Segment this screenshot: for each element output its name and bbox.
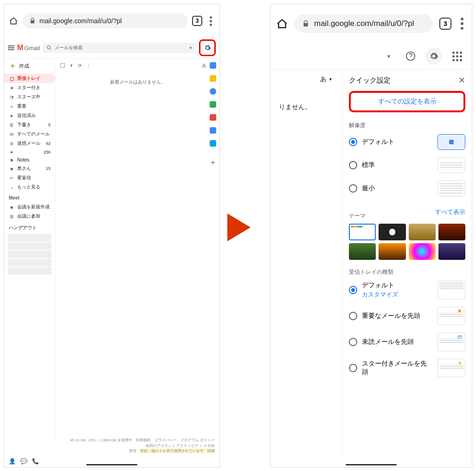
theme-option[interactable] bbox=[438, 224, 465, 240]
apps-grid-icon bbox=[452, 52, 462, 61]
hangout-contact[interactable] bbox=[8, 267, 51, 275]
close-button[interactable]: ✕ bbox=[458, 75, 465, 85]
left-screenshot: mail.google.com/mail/u/0/?pl 3 M Gmail メ… bbox=[4, 4, 220, 468]
settings-button[interactable] bbox=[425, 48, 442, 65]
settings-button[interactable] bbox=[201, 42, 213, 54]
tab-count[interactable]: 3 bbox=[439, 18, 451, 30]
nav-reply-needed[interactable]: ↩要返信 bbox=[4, 173, 55, 182]
radio-icon bbox=[349, 286, 357, 294]
radio-icon bbox=[349, 338, 357, 346]
nav-notes[interactable]: ■Notes bbox=[4, 156, 55, 164]
nav-sent[interactable]: ➤送信済み bbox=[4, 111, 55, 120]
home-icon[interactable] bbox=[9, 16, 18, 26]
gmail-toolbar: ▼ bbox=[270, 43, 472, 70]
addon-icon[interactable] bbox=[210, 127, 216, 134]
keep-icon[interactable] bbox=[210, 75, 216, 82]
inbox-type-starred[interactable]: スター付きメールを先頭 bbox=[349, 359, 465, 377]
calendar-icon[interactable] bbox=[210, 62, 216, 69]
nav-more[interactable]: ⌄もっと見る bbox=[4, 182, 55, 192]
radio-icon bbox=[349, 184, 357, 193]
chevron-down-icon[interactable]: ▼ bbox=[189, 46, 193, 50]
home-icon[interactable] bbox=[276, 18, 288, 30]
nav-important[interactable]: »重要 bbox=[4, 102, 55, 111]
chat-icon[interactable]: 💬 bbox=[20, 458, 27, 465]
search-input[interactable]: メールを検索 ▼ bbox=[43, 43, 196, 53]
compose-button[interactable]: ＋ 作成 bbox=[4, 58, 55, 74]
nav-drafts[interactable]: 🗎下書き5 bbox=[4, 120, 55, 129]
nav-inbox[interactable]: ▢受信トレイ bbox=[4, 74, 55, 83]
sidebar: ＋ 作成 ▢受信トレイ ★スター付き ◔スヌーズ中 »重要 ➤送信済み 🗎下書き… bbox=[4, 58, 55, 443]
inbox-preview-icon bbox=[437, 359, 465, 377]
tab-count[interactable]: 3 bbox=[192, 16, 202, 26]
menu-icon[interactable] bbox=[8, 45, 14, 50]
meet-section: Meet bbox=[4, 192, 55, 202]
browser-urlbar: mail.google.com/mail/u/0/?pl 3 bbox=[270, 4, 472, 43]
gmail-logo[interactable]: M Gmail bbox=[17, 44, 40, 52]
addon-icon[interactable] bbox=[210, 114, 216, 121]
theme-option[interactable] bbox=[379, 224, 405, 240]
select-all-checkbox[interactable] bbox=[60, 63, 65, 68]
inbox-preview-icon bbox=[437, 333, 465, 351]
radio-icon bbox=[349, 161, 357, 169]
inbox-type-important[interactable]: 重要なメールを先頭 bbox=[349, 307, 465, 325]
more-icon[interactable]: ⋮ bbox=[86, 63, 91, 68]
all-settings-button[interactable]: すべての設定を表示 bbox=[349, 91, 465, 112]
empty-inbox-message: 新着メールはありません。 bbox=[58, 79, 217, 85]
chevron-down-icon[interactable]: ▼ bbox=[382, 51, 396, 62]
footer: 45.13 GB（2%）/ 2,068 GB を使用中 利用規約 プライバシー … bbox=[66, 438, 215, 453]
theme-option[interactable] bbox=[349, 224, 376, 240]
theme-view-all[interactable]: すべて表示 bbox=[435, 208, 465, 216]
refresh-icon[interactable]: ⟳ bbox=[78, 63, 82, 68]
nav-label-oku[interactable]: ■奥さん15 bbox=[4, 164, 55, 173]
apps-button[interactable] bbox=[449, 48, 465, 65]
radio-icon bbox=[349, 138, 357, 146]
help-button[interactable] bbox=[402, 48, 419, 65]
inbox-preview-icon bbox=[437, 307, 465, 325]
theme-option[interactable] bbox=[349, 243, 376, 260]
add-addon-icon[interactable]: ＋ bbox=[209, 158, 217, 168]
url-text: mail.google.com/mail/u/0/?pl bbox=[314, 19, 414, 28]
spam-icon: ⊘ bbox=[9, 141, 14, 146]
gear-icon bbox=[429, 52, 438, 61]
inbox-type-unread[interactable]: 未読メールを先頭 bbox=[349, 333, 465, 351]
person-icon[interactable]: 👤 bbox=[9, 458, 16, 465]
nav-label-blur[interactable]: ●230 bbox=[4, 148, 55, 156]
hangout-contact[interactable] bbox=[8, 242, 51, 250]
theme-option[interactable] bbox=[379, 243, 405, 260]
nav-snoozed[interactable]: ◔スヌーズ中 bbox=[4, 92, 55, 102]
url-text: mail.google.com/mail/u/0/?pl bbox=[39, 17, 122, 25]
meet-join[interactable]: ⊞会議に参加 bbox=[4, 212, 55, 221]
browser-menu-icon[interactable] bbox=[207, 16, 215, 26]
density-option-default[interactable]: デフォルト bbox=[349, 134, 465, 150]
tasks-icon[interactable] bbox=[210, 88, 216, 95]
density-option-compact[interactable]: 最小 bbox=[349, 181, 465, 196]
hangout-contact[interactable] bbox=[8, 259, 51, 266]
nav-starred[interactable]: ★スター付き bbox=[4, 83, 55, 92]
inbox-type-default[interactable]: デフォルトカスタマイズ bbox=[349, 281, 465, 299]
chat-icons: 👤 💬 📞 bbox=[9, 458, 39, 465]
chevron-down-icon[interactable]: ▼ bbox=[70, 64, 73, 68]
lock-icon bbox=[29, 18, 36, 24]
url-field[interactable]: mail.google.com/mail/u/0/?pl bbox=[295, 14, 433, 33]
hangout-contact[interactable] bbox=[8, 234, 51, 241]
theme-option[interactable] bbox=[438, 243, 465, 260]
hangout-contact[interactable] bbox=[8, 251, 51, 258]
customize-link[interactable]: カスタマイズ bbox=[362, 290, 433, 299]
right-screenshot: mail.google.com/mail/u/0/?pl 3 ▼ あ ▼ りませ… bbox=[270, 4, 472, 468]
contacts-icon[interactable] bbox=[210, 101, 216, 108]
gear-icon bbox=[204, 44, 211, 52]
lang-indicator[interactable]: あ bbox=[202, 62, 206, 69]
addon-icon[interactable] bbox=[210, 140, 216, 147]
phone-icon[interactable]: 📞 bbox=[32, 458, 39, 465]
density-preview-icon bbox=[437, 157, 465, 173]
browser-menu-icon[interactable] bbox=[458, 18, 466, 30]
url-field[interactable]: mail.google.com/mail/u/0/?pl bbox=[23, 13, 187, 28]
density-option-comfortable[interactable]: 標準 bbox=[349, 157, 465, 173]
nav-allmail[interactable]: ✉すべてのメール bbox=[4, 129, 55, 139]
nav-spam[interactable]: ⊘迷惑メール62 bbox=[4, 139, 55, 148]
meet-new[interactable]: ■会議を新規作成 bbox=[4, 202, 55, 212]
theme-option[interactable] bbox=[409, 224, 436, 240]
lang-indicator[interactable]: あ ▼ bbox=[317, 74, 335, 84]
theme-option[interactable] bbox=[409, 243, 436, 260]
settings-highlight bbox=[199, 39, 216, 56]
